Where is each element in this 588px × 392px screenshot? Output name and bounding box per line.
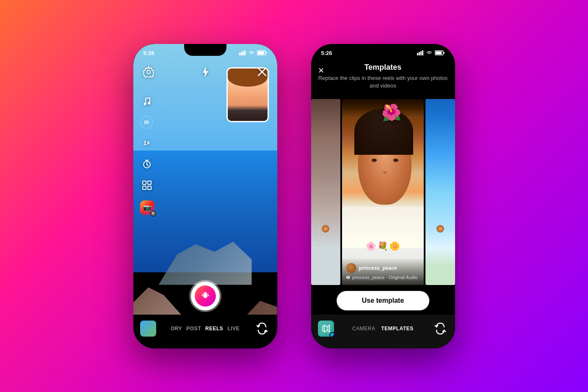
timer-control[interactable]: 30	[140, 116, 153, 129]
svg-rect-32	[348, 276, 348, 279]
svg-point-12	[148, 102, 150, 104]
time-phone2: 5:26	[321, 50, 332, 56]
close-templates-button[interactable]: ✕	[318, 66, 324, 75]
side-card-left-avatar	[322, 225, 329, 233]
speed-control[interactable]: 1×	[140, 136, 154, 150]
flip-camera-button[interactable]	[254, 321, 270, 337]
flip-button-phone2[interactable]	[432, 321, 448, 337]
bottom-nav-phone2: CAMERA TEMPLATES	[311, 315, 455, 348]
layout-control[interactable]	[140, 178, 154, 192]
battery-icon-phone2	[435, 50, 445, 55]
navigation-tabs-phone1: ORY POST REELS LIVE	[171, 326, 240, 332]
right-side-card[interactable]: ♫	[425, 99, 455, 285]
svg-marker-7	[143, 67, 154, 77]
use-template-button[interactable]: Use template	[337, 291, 430, 310]
bottom-nav-phone1: ORY POST REELS LIVE	[133, 315, 277, 348]
right-card-bg	[425, 99, 455, 285]
maps-icon	[321, 323, 331, 334]
countdown-control[interactable]	[140, 157, 154, 171]
camera-top-controls	[133, 65, 277, 79]
svg-rect-1	[241, 52, 242, 55]
status-icons-phone1	[239, 50, 267, 55]
svg-rect-27	[422, 50, 423, 55]
card-user-row: princess_peace	[346, 263, 420, 273]
card-audio: princess_peace · Original Audio	[346, 275, 420, 280]
card-info-overlay: princess_peace princess_peace · Original…	[342, 258, 424, 285]
card-audio-text: princess_peace · Original Audio	[352, 275, 418, 280]
camera-tab[interactable]: CAMERA	[352, 326, 375, 332]
svg-point-37	[331, 333, 334, 337]
left-side-card[interactable]: ♫ s	[311, 99, 340, 285]
svg-rect-23	[204, 292, 207, 294]
signal-icon-phone2	[417, 50, 424, 55]
story-tab[interactable]: ORY	[171, 326, 182, 332]
svg-rect-29	[435, 52, 442, 55]
svg-rect-18	[143, 181, 146, 184]
card-username: princess_peace	[359, 265, 397, 271]
svg-rect-24	[417, 53, 418, 55]
status-icons-phone2	[417, 50, 445, 55]
phone2-templates: 5:26	[311, 44, 455, 348]
svg-rect-5	[257, 52, 264, 55]
maps-thumbnail[interactable]	[318, 321, 334, 337]
notch	[184, 44, 226, 56]
notch-phone2	[362, 44, 404, 56]
svg-rect-3	[244, 50, 246, 55]
shutter-inner-icon	[195, 285, 216, 307]
svg-rect-0	[239, 53, 240, 55]
svg-rect-19	[148, 181, 151, 184]
maps-badge-icon	[331, 333, 334, 337]
svg-rect-31	[346, 277, 347, 278]
gallery-thumbnail[interactable]	[140, 321, 156, 337]
wifi-icon-phone2	[426, 50, 433, 55]
side-card-left-audio-indicator: ♫ s	[313, 241, 317, 244]
music-control[interactable]	[140, 95, 154, 108]
card-avatar	[346, 263, 356, 273]
svg-point-8	[147, 70, 150, 74]
reels-tab[interactable]: REELS	[205, 326, 224, 332]
svg-rect-26	[420, 51, 422, 55]
shutter-area	[133, 282, 277, 310]
svg-point-11	[144, 103, 146, 105]
settings-icon[interactable]	[142, 65, 155, 79]
battery-icon	[257, 50, 267, 55]
timer-value: 30	[144, 120, 149, 125]
svg-rect-20	[143, 186, 146, 189]
svg-rect-33	[349, 276, 350, 279]
svg-line-15	[147, 164, 148, 166]
camera-left-controls: 30 1×	[140, 95, 155, 215]
maps-badge	[329, 332, 334, 337]
templates-header: Templates Replace the clips in these ree…	[311, 63, 455, 90]
close-icon[interactable]	[255, 65, 269, 79]
speed-value: 1×	[144, 140, 150, 146]
signal-icon	[239, 50, 246, 55]
flash-icon[interactable]	[199, 65, 212, 79]
right-card-avatar	[436, 225, 444, 233]
svg-rect-6	[266, 52, 267, 54]
templates-subtitle: Replace the clips in these reels with yo…	[318, 74, 448, 90]
right-card-audio-indicator: ♫	[427, 241, 429, 244]
ig-camera-badge: ✕	[150, 211, 156, 217]
time-phone1: 5:26	[144, 50, 155, 56]
svg-rect-30	[444, 52, 444, 54]
wifi-icon	[248, 50, 255, 55]
nav-tabs-phone2: CAMERA TEMPLATES	[352, 326, 414, 332]
red-flower: 🌺	[381, 104, 401, 121]
templates-title: Templates	[364, 63, 402, 72]
svg-rect-21	[148, 186, 151, 189]
hand-flowers: 🌸💐🌼	[346, 211, 420, 252]
post-tab[interactable]: POST	[186, 326, 201, 332]
shutter-button[interactable]	[191, 282, 220, 310]
audio-icon	[346, 275, 351, 280]
templates-tab[interactable]: TEMPLATES	[381, 326, 414, 332]
templates-strip: ♫ s	[311, 99, 455, 285]
phone1-camera: 5:26	[133, 44, 277, 348]
svg-rect-25	[419, 52, 420, 55]
main-template-card[interactable]: 🌺 🌸💐🌼 princess_peace	[342, 99, 424, 285]
live-tab[interactable]: LIVE	[227, 326, 240, 332]
svg-rect-2	[243, 51, 244, 55]
ig-camera-control[interactable]: 📷 ✕	[140, 200, 155, 215]
